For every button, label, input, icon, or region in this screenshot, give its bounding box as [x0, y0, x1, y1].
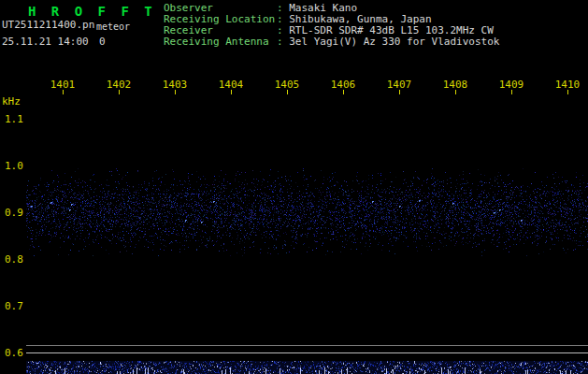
y-axis-unit-label: kHz [2, 95, 21, 108]
y-tick: 0.7 [5, 300, 27, 312]
spectrogram-canvas [26, 88, 588, 374]
app-title: H R O F F T [28, 4, 156, 19]
datetime-label: 25.11.21 14:00 [2, 36, 89, 48]
colon-separator [277, 36, 289, 48]
hrofft-output: H R O F F T UT2511211400.pn meteor 25.11… [0, 0, 588, 374]
y-tick: 1.1 [5, 113, 27, 125]
meta-value: 3el Yagi(V) Az 330 for Vladivostok [289, 36, 499, 48]
y-tick: 0.8 [5, 253, 27, 266]
filename-label: UT2511211400.pn [2, 19, 94, 31]
meta-row-antenna: Receiving Antenna3el Yagi(V) Az 330 for … [164, 36, 499, 48]
station-label: meteor [96, 22, 130, 32]
metadata-block: ObserverMasaki Kano Receiving LocationSh… [164, 3, 499, 48]
y-tick: 0.6 [5, 347, 27, 359]
echo-count: 0 [99, 36, 106, 48]
y-tick: 1.0 [5, 160, 27, 172]
y-tick: 0.9 [5, 207, 27, 219]
meta-label: Receiving Antenna [164, 36, 277, 48]
